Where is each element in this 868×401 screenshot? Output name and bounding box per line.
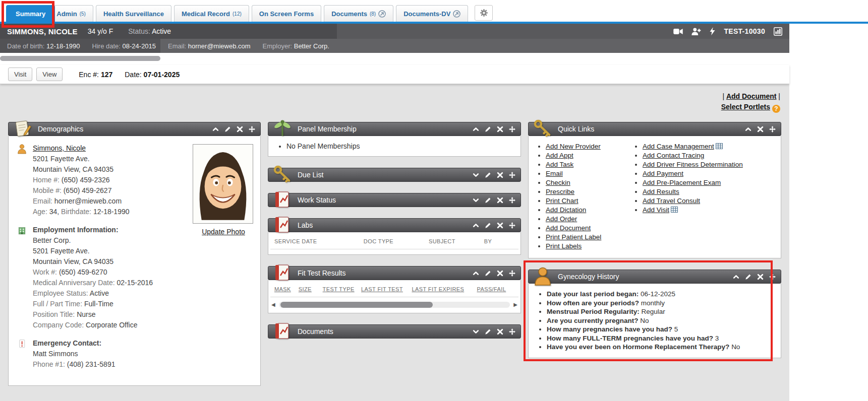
column-header[interactable]: DOC TYPE <box>364 238 429 244</box>
expand-icon[interactable] <box>473 197 479 204</box>
close-icon[interactable] <box>757 274 764 280</box>
close-icon[interactable] <box>237 126 243 132</box>
patient-photo-wrap: Update Photo <box>193 144 254 237</box>
edit-icon[interactable] <box>485 126 491 132</box>
tab-health-surveillance[interactable]: Health Surveillance <box>96 5 171 22</box>
close-icon[interactable] <box>497 328 503 335</box>
scroll-right-arrow[interactable]: ▶ <box>513 302 517 307</box>
medical-anniversary: Medical Anniversary Date: 02-15-2016 <box>33 278 153 288</box>
portlet-header-quick-links[interactable]: Quick Links <box>528 122 781 136</box>
patient-name-link[interactable]: Simmons, Nicole <box>33 144 86 152</box>
portlet-header-demographics[interactable]: Demographics <box>8 122 261 136</box>
collapse-icon[interactable] <box>733 274 739 280</box>
edit-icon[interactable] <box>745 274 751 280</box>
column-header[interactable]: LAST FIT EXPIRES <box>412 286 477 292</box>
move-icon[interactable] <box>509 126 515 132</box>
banner-scrollbar-thumb[interactable] <box>0 56 160 61</box>
move-icon[interactable] <box>509 328 515 335</box>
summary-content: | Add Document | Select Portlets? Demogr… <box>0 84 789 401</box>
view-button[interactable]: View <box>36 68 63 81</box>
expand-icon[interactable] <box>473 328 479 335</box>
column-header[interactable]: SIZE <box>299 286 323 292</box>
popout-icon[interactable] <box>453 10 460 18</box>
update-photo-link[interactable]: Update Photo <box>202 227 245 237</box>
column-header[interactable]: SUBJECT <box>429 238 484 244</box>
bar-chart-icon[interactable] <box>774 27 782 36</box>
collapse-icon[interactable] <box>473 126 479 132</box>
move-icon[interactable] <box>249 126 255 132</box>
add-document-link[interactable]: Add Document <box>726 92 777 100</box>
collapse-icon[interactable] <box>473 270 479 277</box>
video-camera-icon[interactable] <box>673 28 683 35</box>
portlet-header-fit-test-results[interactable]: Fit Test Results <box>268 266 521 280</box>
tab-documents-dv[interactable]: Documents-DV <box>396 5 468 22</box>
lightning-bolt-icon[interactable] <box>710 27 715 35</box>
column-header[interactable]: LAST FIT TEST <box>361 286 412 292</box>
table-icon <box>714 143 723 150</box>
column-1: Demographics Simmons, Nicole <box>8 122 261 397</box>
patient-id: TEST-10030 <box>724 27 765 35</box>
gyn-item: Are you currently pregnant? No <box>547 316 775 325</box>
column-header[interactable]: BY <box>484 238 515 244</box>
company-code: Company Code: Corporate Office <box>33 320 153 330</box>
employee-status: Employee Status: Active <box>33 288 153 299</box>
popout-icon[interactable] <box>378 10 386 18</box>
close-icon[interactable] <box>497 222 503 229</box>
edit-icon[interactable] <box>224 126 231 132</box>
position-title: Position Title: Nurse <box>33 309 153 320</box>
tab-summary[interactable]: Summary <box>6 5 55 22</box>
visit-button[interactable]: Visit <box>8 68 32 81</box>
portlet-header-work-status[interactable]: Work Status <box>268 193 521 207</box>
horizontal-scrollbar: ◀ ▶ <box>270 297 518 309</box>
close-icon[interactable] <box>497 270 503 277</box>
quick-link: Print Chart <box>546 196 632 205</box>
help-icon[interactable]: ? <box>772 105 780 113</box>
tab-on-screen-forms[interactable]: On Screen Forms <box>252 5 321 22</box>
collapse-icon[interactable] <box>212 126 219 132</box>
portlet-header-labs[interactable]: Labs <box>268 218 521 232</box>
quick-link: Checkin <box>546 178 632 187</box>
scrollbar-thumb[interactable] <box>280 302 433 308</box>
portlet-header-due-list[interactable]: Due List <box>268 168 521 182</box>
tab-settings-gear-button[interactable] <box>475 5 493 21</box>
column-header[interactable]: SERVICE DATE <box>274 238 364 244</box>
move-icon[interactable] <box>769 126 776 132</box>
close-icon[interactable] <box>757 126 764 132</box>
portlet-header-documents[interactable]: Documents <box>268 324 521 339</box>
patient-age-sex: 34 y/o F <box>88 27 113 35</box>
move-icon[interactable] <box>509 222 515 229</box>
portlet-gynecology-history: Gynecology History Date your last period… <box>528 270 781 358</box>
add-person-icon[interactable] <box>691 28 701 35</box>
tab-documents[interactable]: Documents(8) <box>324 5 393 22</box>
edit-icon[interactable] <box>485 222 491 229</box>
move-icon[interactable] <box>509 172 515 178</box>
move-icon[interactable] <box>769 274 776 280</box>
collapse-icon[interactable] <box>473 222 479 229</box>
edit-icon[interactable] <box>485 270 491 277</box>
column-header[interactable]: MASK <box>274 286 299 292</box>
close-icon[interactable] <box>497 197 503 204</box>
patient-name: SIMMONS, NICOLE <box>7 27 78 36</box>
column-header[interactable]: PASS/FAIL <box>477 286 515 292</box>
move-icon[interactable] <box>509 270 515 277</box>
quick-link: Add Pre-Placement Exam <box>643 178 743 187</box>
select-portlets-link[interactable]: Select Portlets <box>721 103 770 111</box>
close-icon[interactable] <box>497 126 503 132</box>
scroll-left-arrow[interactable]: ◀ <box>271 302 275 307</box>
quick-link: Add Order <box>546 215 632 223</box>
tab-admin[interactable]: Admin(5) <box>49 5 93 22</box>
move-icon[interactable] <box>509 197 515 204</box>
collapse-icon[interactable] <box>745 126 751 132</box>
close-icon[interactable] <box>497 172 503 178</box>
expand-icon[interactable] <box>473 172 479 178</box>
quick-link: Add Task <box>546 160 632 169</box>
column-header[interactable]: TEST TYPE <box>323 286 361 292</box>
scrollbar-track[interactable] <box>279 302 510 308</box>
portlet-header-panel-membership[interactable]: Panel Membership <box>268 122 521 136</box>
edit-icon[interactable] <box>485 328 491 335</box>
quick-link: Add Contact Tracing <box>643 151 743 160</box>
edit-icon[interactable] <box>485 172 491 178</box>
tab-medical-record[interactable]: Medical Record(12) <box>174 5 249 22</box>
edit-icon[interactable] <box>485 197 491 204</box>
portlet-header-gynecology-history[interactable]: Gynecology History <box>528 270 781 284</box>
